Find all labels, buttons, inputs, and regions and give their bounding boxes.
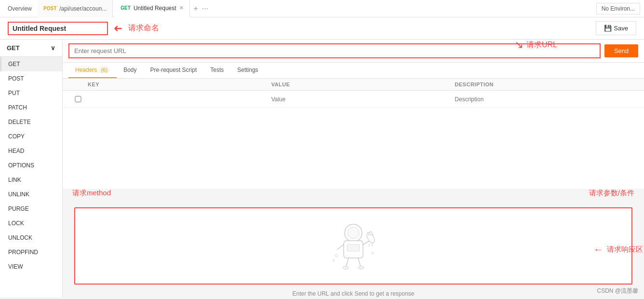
key-input[interactable]: [88, 96, 271, 103]
method-link[interactable]: LINK: [0, 173, 62, 187]
svg-point-13: [358, 266, 364, 269]
table-header: KEY VALUE DESCRIPTION: [63, 79, 644, 91]
svg-line-10: [346, 258, 349, 267]
url-bar-wrapper: Send ↙ 请求URL: [63, 40, 644, 63]
tab-add[interactable]: + ···: [194, 4, 209, 13]
method-list: GET POST PUT PATCH DELETE COPY HEAD OPTI…: [0, 57, 62, 274]
value-input[interactable]: [271, 96, 455, 103]
tab-body[interactable]: Body: [117, 63, 143, 78]
col-check: [68, 82, 88, 87]
svg-line-9: [372, 244, 373, 246]
method-annotation-wrapper: 请求method: [72, 189, 111, 198]
tab-get-label: Untitled Request: [134, 5, 176, 12]
annotation-params: 请求参数/条件: [589, 189, 634, 198]
svg-rect-3: [347, 245, 360, 251]
headers-badge: (6): [99, 67, 110, 73]
tab-prerequest[interactable]: Pre-request Script: [144, 63, 204, 78]
svg-point-15: [333, 259, 335, 261]
tab-headers[interactable]: Headers (6): [68, 63, 117, 78]
method-head[interactable]: HEAD: [0, 144, 62, 158]
tab-post[interactable]: POST /api/user/accoun...: [38, 0, 113, 17]
method-patch[interactable]: PATCH: [0, 100, 62, 115]
tab-overview[interactable]: Overview: [4, 5, 36, 12]
tab-tests[interactable]: Tests: [203, 63, 230, 78]
save-icon: 💾: [604, 25, 612, 32]
tab-get-untitled[interactable]: GET Untitled Request ✕: [115, 0, 189, 17]
method-lock[interactable]: LOCK: [0, 216, 62, 231]
request-name-bar: ➜ 请求命名 💾 Save: [0, 17, 644, 40]
method-view[interactable]: VIEW: [0, 259, 62, 274]
tab-get-method: GET: [121, 5, 131, 11]
method-unlink[interactable]: UNLINK: [0, 187, 62, 202]
watermark: CSDN @流墨馨: [597, 287, 638, 295]
url-bar: Send: [63, 40, 644, 63]
tab-bar: Overview POST /api/user/accoun... GET Un…: [0, 0, 644, 17]
table-area: KEY VALUE DESCRIPTION: [63, 79, 644, 189]
svg-point-12: [343, 266, 349, 269]
svg-point-1: [348, 227, 359, 239]
annotation-name: 请求命名: [128, 23, 159, 33]
env-selector[interactable]: No Environ...: [596, 3, 640, 14]
svg-line-8: [369, 244, 370, 246]
method-get[interactable]: GET: [0, 57, 62, 71]
save-button[interactable]: 💾 Save: [596, 21, 636, 35]
col-key: KEY: [88, 82, 271, 87]
param-annotation-area: [63, 108, 644, 116]
tab-post-path: /api/user/accoun...: [59, 5, 107, 12]
more-tabs-icon[interactable]: ···: [202, 4, 208, 13]
request-area: Send ↙ 请求URL Headers (6) Body Pre-reques…: [63, 40, 644, 297]
selected-method: GET: [7, 44, 20, 52]
svg-point-14: [335, 254, 338, 257]
main-layout: GET ∨ GET POST PUT PATCH DELETE COPY HEA…: [0, 40, 644, 297]
method-panel: GET ∨ GET POST PUT PATCH DELETE COPY HEA…: [0, 40, 63, 297]
method-put[interactable]: PUT: [0, 86, 62, 100]
description-input[interactable]: [455, 96, 638, 103]
response-area: [74, 207, 632, 285]
tab-post-method: POST: [43, 6, 56, 11]
method-copy[interactable]: COPY: [0, 129, 62, 144]
tab-close-icon[interactable]: ✕: [179, 5, 184, 11]
svg-line-5: [363, 241, 369, 245]
method-post[interactable]: POST: [0, 71, 62, 86]
response-placeholder-text: Enter the URL and click Send to get a re…: [68, 290, 638, 297]
tab-settings[interactable]: Settings: [230, 63, 265, 78]
method-purge[interactable]: PURGE: [0, 202, 62, 216]
send-button[interactable]: Send: [604, 44, 638, 57]
request-tabs: Headers (6) Body Pre-request Script Test…: [63, 63, 644, 79]
add-tab-icon[interactable]: +: [194, 4, 198, 13]
chevron-down-icon: ∨: [51, 44, 55, 52]
method-options[interactable]: OPTIONS: [0, 158, 62, 173]
method-selector[interactable]: GET ∨: [0, 40, 62, 57]
url-input[interactable]: [68, 43, 601, 58]
table-row: [63, 91, 644, 108]
response-wrapper: Enter the URL and click Send to get a re…: [68, 202, 638, 297]
svg-line-4: [337, 245, 344, 249]
col-description: DESCRIPTION: [455, 82, 638, 87]
row-checkbox[interactable]: [68, 96, 88, 102]
method-delete[interactable]: DELETE: [0, 115, 62, 129]
method-unlock[interactable]: UNLOCK: [0, 231, 62, 245]
request-name-input[interactable]: [8, 22, 108, 35]
method-propfind[interactable]: PROPFIND: [0, 245, 62, 259]
astronaut-illustration: [322, 215, 385, 277]
annotation-method: 请求method: [72, 189, 111, 198]
svg-line-11: [358, 258, 361, 267]
arrow-name: ➜: [114, 22, 122, 35]
col-value: VALUE: [271, 82, 455, 87]
svg-point-16: [372, 252, 374, 254]
bottom-annotations: 请求method 请求参数/条件: [63, 189, 644, 202]
param-annotation-wrapper: 请求参数/条件: [589, 189, 634, 198]
